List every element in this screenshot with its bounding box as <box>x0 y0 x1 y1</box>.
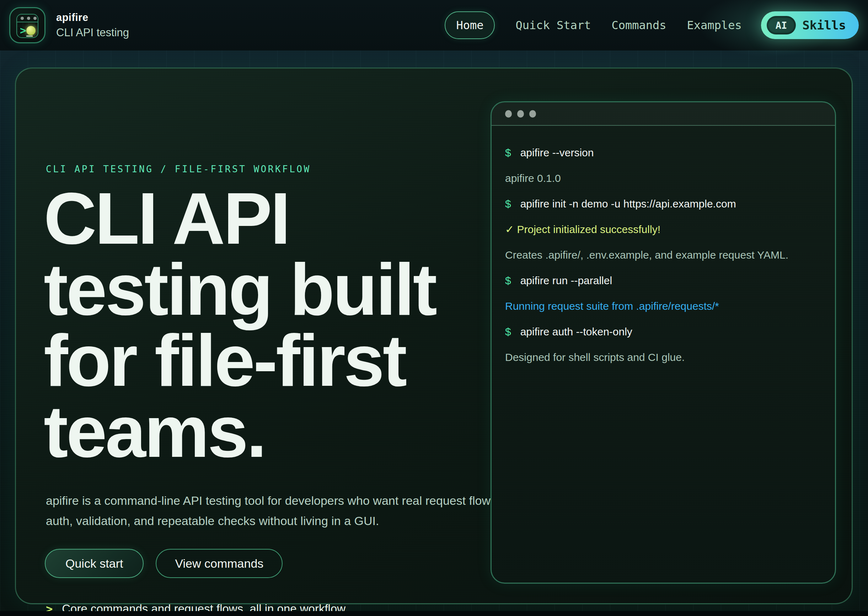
terminal-info-line: Running request suite from .apifire/requ… <box>505 299 821 314</box>
nav-link-home[interactable]: Home <box>445 11 495 39</box>
command-text: apifire --version <box>520 147 594 159</box>
hero-eyebrow: CLI API TESTING / FILE-FIRST WORKFLOW <box>46 164 311 174</box>
logo-glow-ball-icon <box>26 26 36 35</box>
terminal-success-line: ✓ Project initialized successfully! <box>505 222 821 237</box>
quick-start-button[interactable]: Quick start <box>45 549 143 578</box>
window-dot-icon <box>529 110 536 118</box>
terminal-output-line: Creates .apifire/, .env.example, and exa… <box>505 247 821 263</box>
terminal-command-line: $apifire init -n demo -u https://api.exa… <box>505 196 821 212</box>
prompt-icon: $ <box>505 275 511 286</box>
window-dot-icon <box>505 110 512 118</box>
window-dot-icon <box>517 110 524 118</box>
nav-links: Home Quick Start Commands Examples <box>445 11 742 39</box>
ai-skills-label: Skills <box>802 18 846 32</box>
window-dot-icon <box>27 17 30 20</box>
terminal-command-line: $apifire auth --token-only <box>505 324 821 339</box>
bottom-strip <box>0 611 868 616</box>
terminal-titlebar <box>491 102 835 126</box>
terminal-body: $apifire --version apifire 0.1.0 $apifir… <box>491 126 835 365</box>
hero-heading-line: teams. <box>44 396 488 467</box>
command-text: apifire auth --token-only <box>520 326 632 338</box>
hero-heading-line: testing built <box>44 254 488 325</box>
brand-tagline: CLI API testing <box>56 26 129 39</box>
nav-link-quick-start[interactable]: Quick Start <box>515 19 591 32</box>
ai-skills-button[interactable]: AI Skills <box>761 11 859 39</box>
terminal-output-line: Designed for shell scripts and CI glue. <box>505 350 821 365</box>
terminal-command-line: $apifire --version <box>505 145 821 160</box>
prompt-chevron-icon: > <box>20 24 26 36</box>
terminal-output-line: apifire 0.1.0 <box>505 171 821 186</box>
prompt-icon: $ <box>505 147 511 159</box>
brand-name: apifire <box>56 12 129 24</box>
command-text: apifire run --parallel <box>520 275 612 286</box>
prompt-icon: $ <box>505 198 511 210</box>
hero-card: CLI API TESTING / FILE-FIRST WORKFLOW CL… <box>15 68 853 604</box>
hero-heading-line: CLI API <box>44 183 488 254</box>
view-commands-button[interactable]: View commands <box>156 549 283 578</box>
terminal-command-line: $apifire run --parallel <box>505 273 821 288</box>
prompt-icon: $ <box>505 326 511 338</box>
hero-heading-line: for file-first <box>44 325 488 396</box>
page: >_ apifire CLI API testing Home Quick St… <box>0 0 868 616</box>
terminal-window: $apifire --version apifire 0.1.0 $apifir… <box>490 101 836 584</box>
nav-link-commands[interactable]: Commands <box>611 19 666 32</box>
hero-description: apifire is a command-line API testing to… <box>46 490 504 531</box>
ai-badge: AI <box>767 16 796 35</box>
brand-text: apifire CLI API testing <box>56 12 129 39</box>
logo-window-dots <box>17 14 38 22</box>
terminal-logo-icon[interactable]: >_ <box>9 7 46 43</box>
cta-row: Quick start View commands <box>45 549 283 578</box>
hero-heading: CLI API testing built for file-first tea… <box>44 183 488 467</box>
nav-link-examples[interactable]: Examples <box>687 19 742 32</box>
window-dot-icon <box>33 17 36 20</box>
window-dot-icon <box>20 17 24 20</box>
logo-screen: >_ <box>16 14 38 38</box>
command-text: apifire init -n demo -u https://api.exam… <box>520 198 736 210</box>
top-navbar: >_ apifire CLI API testing Home Quick St… <box>0 0 868 50</box>
